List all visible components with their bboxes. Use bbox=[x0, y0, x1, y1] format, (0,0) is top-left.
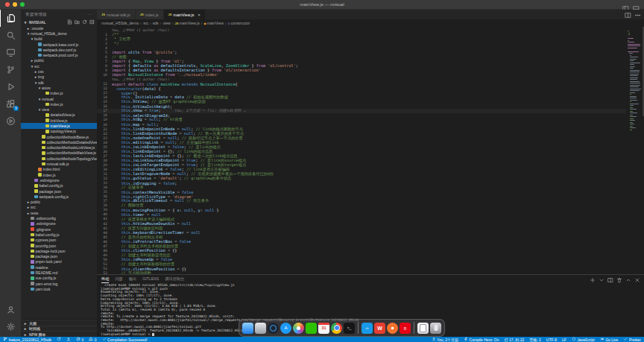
tree-item-cypress.json[interactable]: cypress.json bbox=[21, 238, 97, 243]
tree-item-yarn.lock[interactable]: yarn.lock bbox=[21, 286, 97, 291]
new-folder-icon[interactable] bbox=[75, 19, 80, 25]
refresh-icon[interactable] bbox=[82, 19, 87, 25]
tree-item-build[interactable]: ▾build bbox=[21, 37, 97, 42]
tree-item-.eslintignore[interactable]: .eslintignore bbox=[21, 221, 97, 227]
status-0[interactable]: 0 bbox=[89, 337, 96, 342]
tree-item-.vscode[interactable]: ▸.vscode bbox=[21, 25, 97, 31]
breadcrumb-item[interactable]: view bbox=[162, 21, 170, 25]
tree-item-webpack.dev.conf.js[interactable]: webpack.dev.conf.js bbox=[21, 47, 97, 52]
tree-item-view[interactable]: ▾view bbox=[21, 107, 97, 112]
workspace-section-header[interactable]: ▾ NVISUAL bbox=[21, 19, 97, 25]
status-prettier[interactable]: Prettier bbox=[623, 337, 641, 342]
tree-item-readme[interactable]: readme bbox=[21, 265, 97, 270]
breadcrumb-item[interactable]: ◇constructor bbox=[228, 21, 250, 25]
tree-item-index.js[interactable]: index.js bbox=[21, 91, 97, 96]
panel-tab-问题[interactable]: 问题 bbox=[115, 276, 122, 283]
status-utf-8[interactable]: UTF-8 bbox=[546, 338, 557, 342]
code-editor[interactable]: You, 上午9时 (1 author (You))1/**2 * 主程序3 *… bbox=[97, 27, 644, 274]
zoom-window-button[interactable] bbox=[20, 2, 25, 7]
split-editor-icon[interactable] bbox=[625, 8, 631, 22]
activity-bar-item-search[interactable] bbox=[0, 27, 21, 44]
dock-music-app[interactable] bbox=[387, 323, 398, 334]
status-lf[interactable]: LF bbox=[562, 338, 566, 342]
tree-item-package.json[interactable]: package.json bbox=[21, 189, 97, 194]
tree-item-webpack.base.conf.js[interactable]: webpack.base.conf.js bbox=[21, 42, 97, 47]
editor-tab-index.js[interactable]: JSindex.js bbox=[136, 10, 164, 19]
status-sync[interactable] bbox=[57, 337, 61, 342]
tree-item-yarn-error.log[interactable]: yarn-error.log bbox=[21, 281, 97, 286]
close-tab-icon[interactable]: × bbox=[198, 13, 201, 17]
breadcrumb-item[interactable]: ◆mainView bbox=[203, 21, 223, 25]
tree-item-babel.config.js[interactable]: babel.config.js bbox=[21, 183, 97, 189]
activity-bar-item-source-control[interactable] bbox=[0, 61, 21, 78]
activity-bar-item-run-debug[interactable] bbox=[0, 78, 21, 95]
tree-item-index.js[interactable]: index.js bbox=[21, 172, 97, 177]
status-upload[interactable] bbox=[66, 337, 71, 342]
trash-icon[interactable] bbox=[616, 273, 622, 286]
breadcrumb-item[interactable]: JSmainView.js bbox=[175, 21, 200, 25]
breadcrumb[interactable]: nvisual_H5Sdk_demo›src›sdk›view›JSmainVi… bbox=[97, 19, 644, 27]
dock-netease-app[interactable]: 云 bbox=[400, 323, 411, 334]
minimize-window-button[interactable] bbox=[13, 2, 17, 7]
status-0[interactable]: 0 bbox=[76, 337, 83, 342]
activity-bar-item-run-circle[interactable] bbox=[0, 113, 21, 130]
activity-bar-item-explorer[interactable] bbox=[0, 10, 21, 27]
tree-item-mainView.js[interactable]: mainView.js bbox=[21, 123, 97, 128]
tree-item-nvisual-sdk.js[interactable]: nvisual-sdk.js bbox=[21, 161, 97, 166]
tree-item-axios[interactable]: ▾axios bbox=[21, 85, 97, 90]
dock-vscode[interactable]: ‹› bbox=[362, 323, 373, 334]
dock-finder[interactable] bbox=[242, 323, 253, 334]
panel-tab-GITLENS[interactable]: GITLENS bbox=[142, 276, 159, 283]
new-file-icon[interactable] bbox=[67, 19, 72, 25]
tree-item-nvisualH5Sdkdemo[interactable]: ▾nvisual_H5Sdk_demo bbox=[21, 31, 97, 36]
editor-tab-mainView.js[interactable]: JSmainView.js× bbox=[164, 10, 206, 19]
status-feature-20220812-h5sdk[interactable]: feature_20220812_H5sdk bbox=[3, 337, 51, 342]
tree-item-package-lock.json[interactable]: package-lock.json bbox=[21, 248, 97, 253]
tree-item-detailedView.js[interactable]: detailedView.js bbox=[21, 113, 97, 118]
tree-item-tests[interactable]: ▸tests bbox=[21, 210, 97, 215]
dock-documents-stack[interactable] bbox=[417, 323, 429, 334]
panel-tab-调试控制台[interactable]: 调试控制台 bbox=[165, 276, 184, 283]
tree-item-collectionMethodsDetailedView.js[interactable]: collectionMethodsDetailedView.js bbox=[21, 139, 97, 145]
breadcrumb-item[interactable]: sdk bbox=[153, 21, 159, 25]
tree-item-public[interactable]: ▸public bbox=[21, 58, 97, 63]
close-icon[interactable] bbox=[634, 273, 640, 286]
status-compilation-successed-[interactable]: Compilation Successed! bbox=[102, 337, 148, 342]
dock-wps-office[interactable]: W bbox=[374, 323, 385, 334]
status-compile-hero-on[interactable]: Compile Hero: On bbox=[464, 337, 499, 342]
dock-chrome[interactable] bbox=[331, 323, 342, 334]
tree-item-pnpm-lock.yaml[interactable]: pnpm-lock.yaml bbox=[21, 259, 97, 265]
dock-terminal-app[interactable]: >_ bbox=[344, 323, 355, 334]
tree-item-img[interactable]: ▸img bbox=[21, 75, 97, 80]
tree-item-sdk[interactable]: ▾sdk bbox=[21, 80, 97, 85]
tree-item-package.json[interactable]: package.json bbox=[21, 253, 97, 259]
tree-item-jsconfig.json[interactable]: jsconfig.json bbox=[21, 243, 97, 248]
chevron-down-icon[interactable] bbox=[599, 273, 604, 286]
minimap[interactable] bbox=[628, 28, 643, 131]
tree-item-babel.config.js[interactable]: babel.config.js bbox=[21, 232, 97, 237]
tree-item-collectionMethodsTopologyView.js[interactable]: collectionMethodsTopologyView.js bbox=[21, 156, 97, 161]
chevron-up-icon[interactable] bbox=[625, 273, 631, 286]
dock-wechat[interactable] bbox=[306, 323, 317, 334]
tree-item-src[interactable]: ▾src bbox=[21, 63, 97, 69]
sidebar-section-NPM 脚本[interactable]: ▸NPM 脚本 bbox=[21, 331, 97, 337]
tree-item-collectionMethodsBase.js[interactable]: collectionMethodsBase.js bbox=[21, 134, 97, 139]
tree-item-src[interactable]: ▸src bbox=[21, 205, 97, 210]
tree-item-index.js[interactable]: index.js bbox=[21, 101, 97, 107]
tree-item-.editorconfig[interactable]: .editorconfig bbox=[21, 215, 97, 221]
more-actions-icon[interactable]: ··· bbox=[88, 12, 92, 16]
panel-tab-输出[interactable]: 输出 bbox=[129, 276, 136, 283]
tree-item-webpack.config.js[interactable]: webpack.config.js bbox=[21, 194, 97, 199]
tree-item-linkView.js[interactable]: linkView.js bbox=[21, 118, 97, 123]
plus-icon[interactable] bbox=[590, 273, 596, 286]
sidebar-section-大纲[interactable]: ▸大纲 bbox=[21, 320, 97, 326]
panel-tab-终端[interactable]: 终端 bbox=[101, 276, 109, 283]
tree-item-webpack.prod.conf.js[interactable]: webpack.prod.conf.js bbox=[21, 52, 97, 57]
tree-item-README.md[interactable]: README.md bbox=[21, 270, 97, 275]
breadcrumb-item[interactable]: nvisual_H5Sdk_demo bbox=[101, 21, 139, 25]
activity-bar-item-settings[interactable] bbox=[0, 318, 21, 335]
tree-item-collectionMethodsLinkView.js[interactable]: collectionMethodsLinkView.js bbox=[21, 145, 97, 151]
tree-item-public[interactable]: ▸public bbox=[21, 200, 97, 205]
status-go-live[interactable]: Go Live bbox=[600, 337, 619, 342]
activity-bar-item-account[interactable] bbox=[0, 301, 21, 318]
